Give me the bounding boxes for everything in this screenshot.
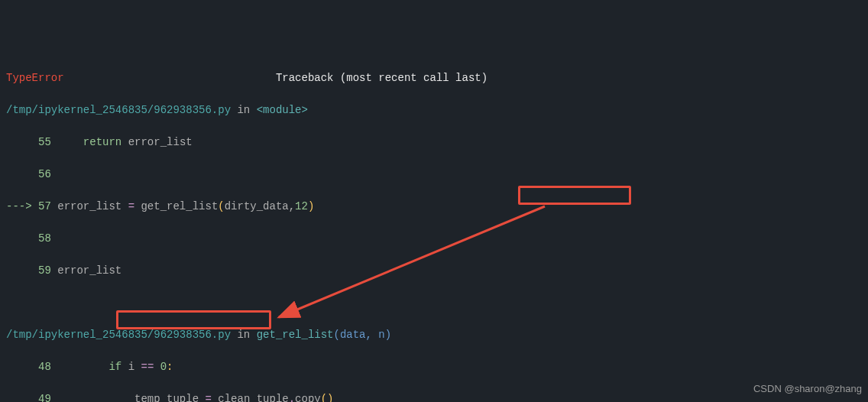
line-number: 57 — [38, 200, 51, 212]
file-path: /tmp/ipykernel_2546835/962938356.py — [6, 104, 231, 116]
keyword-if: if — [108, 361, 121, 373]
line-number: 59 — [38, 264, 51, 277]
code-line: 48 if i == 0: — [6, 359, 862, 375]
code-line: 59 error_list — [6, 263, 862, 279]
module-name: <module> — [257, 104, 308, 116]
blank-line — [6, 295, 862, 311]
error-type: TypeError — [6, 72, 64, 84]
code-line-current: ---> 57 error_list = get_rel_list(dirty_… — [6, 199, 862, 215]
file-path: /tmp/ipykernel_2546835/962938356.py — [6, 329, 231, 341]
line-number: 48 — [38, 361, 51, 373]
code-line: 49 temp_tuple = clean_tuple.copy() — [6, 391, 862, 402]
frame-location: /tmp/ipykernel_2546835/962938356.py in g… — [6, 327, 862, 343]
line-number: 56 — [38, 168, 51, 180]
line-number: 58 — [38, 232, 51, 245]
traceback-header: TypeError Traceback (most recent call la… — [6, 70, 862, 86]
line-number: 49 — [38, 393, 51, 402]
function-name: get_rel_list — [257, 329, 334, 341]
traceback-label: Traceback (most recent call last) — [276, 72, 487, 84]
watermark: CSDN @sharon@zhang — [753, 381, 862, 397]
code-line: 55 return error_list — [6, 135, 862, 151]
line-number: 55 — [38, 136, 51, 148]
arrow-marker: ---> — [6, 200, 38, 212]
keyword-return: return — [83, 136, 121, 148]
code-line: 56 — [6, 167, 862, 183]
code-line: 58 — [6, 231, 862, 247]
frame-location: /tmp/ipykernel_2546835/962938356.py in <… — [6, 102, 862, 118]
